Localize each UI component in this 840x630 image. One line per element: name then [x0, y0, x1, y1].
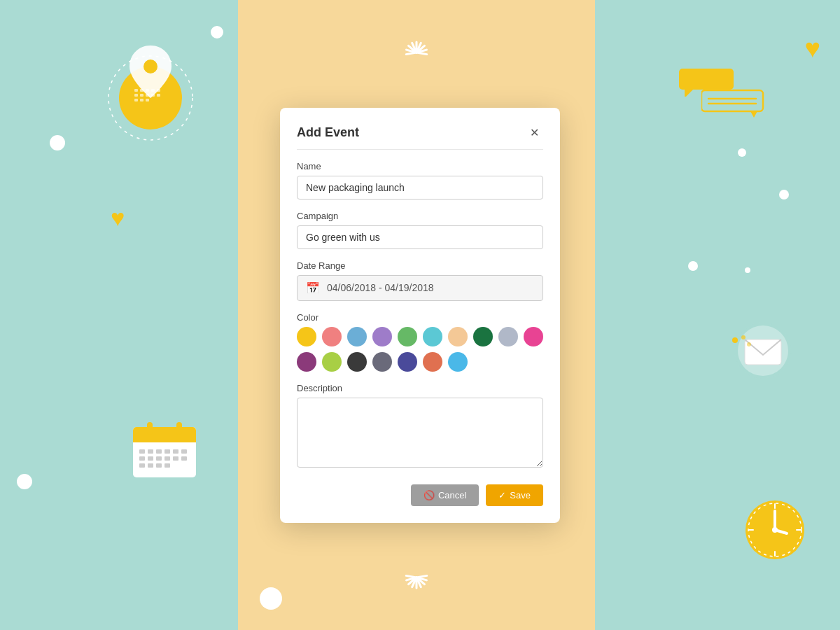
color-swatch-teal[interactable] [423, 327, 442, 346]
color-swatch-navy[interactable] [398, 352, 417, 372]
color-swatch-peach[interactable] [448, 327, 468, 346]
color-swatch-purple[interactable] [372, 327, 392, 346]
campaign-field-group: Campaign [297, 211, 543, 249]
color-swatch-salmon[interactable] [322, 327, 342, 346]
name-input[interactable] [297, 176, 543, 200]
name-label: Name [297, 161, 543, 172]
calendar-picker-icon: 📅 [306, 281, 320, 295]
color-swatch-dark-gray[interactable] [347, 352, 367, 372]
save-button[interactable]: ✓ Save [486, 484, 543, 506]
color-swatch-yellow[interactable] [297, 327, 316, 346]
dialog-header: Add Event ✕ [297, 125, 543, 150]
color-swatch-blue[interactable] [347, 327, 367, 346]
color-swatch-dark-purple[interactable] [297, 352, 316, 372]
color-swatch-dark-green[interactable] [473, 327, 493, 346]
date-range-field-group: Date Range 📅 04/06/2018 - 04/19/2018 [297, 260, 543, 301]
cancel-button[interactable]: 🚫 Cancel [411, 484, 479, 506]
color-swatch-green[interactable] [398, 327, 417, 346]
dialog-backdrop: Add Event ✕ Name Campaign Date Range 📅 0… [0, 0, 840, 630]
color-label: Color [297, 312, 543, 323]
color-swatch-pink[interactable] [524, 327, 543, 346]
name-field-group: Name [297, 161, 543, 200]
save-label: Save [510, 490, 531, 500]
color-swatch-silver[interactable] [498, 327, 518, 346]
color-field-group: Color [297, 312, 543, 372]
add-event-dialog: Add Event ✕ Name Campaign Date Range 📅 0… [280, 108, 560, 523]
color-swatch-orange-red[interactable] [423, 352, 442, 372]
description-textarea[interactable] [297, 398, 543, 468]
description-field-group: Description [297, 383, 543, 470]
cancel-icon: 🚫 [424, 490, 435, 500]
date-range-picker[interactable]: 📅 04/06/2018 - 04/19/2018 [297, 275, 543, 301]
color-swatches-container [297, 327, 543, 372]
dialog-title: Add Event [297, 125, 359, 140]
campaign-label: Campaign [297, 211, 543, 221]
date-range-value: 04/06/2018 - 04/19/2018 [327, 282, 434, 293]
save-icon: ✓ [498, 490, 506, 500]
cancel-label: Cancel [438, 490, 466, 500]
color-swatch-sky-blue[interactable] [448, 352, 468, 372]
color-swatch-gray-blue[interactable] [372, 352, 392, 372]
color-swatch-lime[interactable] [322, 352, 342, 372]
campaign-input[interactable] [297, 225, 543, 249]
close-button[interactable]: ✕ [526, 125, 543, 141]
dialog-footer: 🚫 Cancel ✓ Save [297, 484, 543, 506]
date-range-label: Date Range [297, 260, 543, 271]
description-label: Description [297, 383, 543, 393]
